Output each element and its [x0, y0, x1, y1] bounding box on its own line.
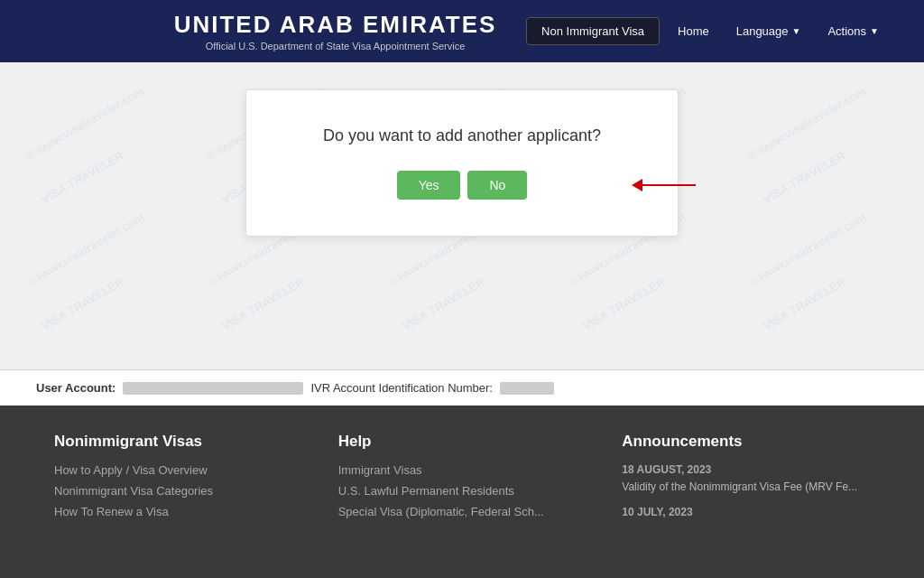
no-button[interactable]: No: [467, 171, 527, 200]
arrow-indicator: [632, 179, 696, 191]
footer-link-visa-categories[interactable]: Nonimmigrant Visa Categories: [54, 484, 302, 498]
announcements-section-title: Announcements: [622, 433, 870, 451]
site-title: United Arab Emirates: [174, 11, 497, 39]
info-bar: User Account: IVR Account Identification…: [0, 369, 924, 406]
user-account-value: [123, 382, 303, 395]
home-button[interactable]: Home: [669, 18, 718, 44]
user-account-label: User Account:: [36, 381, 116, 395]
announcement-date-2: 10 JULY, 2023: [622, 506, 870, 518]
non-immigrant-visa-button[interactable]: Non Immigrant Visa: [526, 17, 660, 45]
header-title-block: United Arab Emirates Official U.S. Depar…: [174, 11, 497, 51]
arrow-line: [642, 184, 696, 186]
announcement-date-1: 18 AUGUST, 2023: [622, 463, 870, 476]
header-nav: Non Immigrant Visa Home Language ▼ Actio…: [526, 17, 888, 45]
language-button[interactable]: Language ▼: [727, 18, 810, 44]
actions-button[interactable]: Actions ▼: [818, 18, 888, 44]
footer-announcements-section: Announcements 18 AUGUST, 2023 Validity o…: [622, 433, 870, 559]
nonimmigrant-section-title: Nonimmigrant Visas: [54, 433, 302, 451]
ivr-value: [500, 382, 554, 395]
site-header: United Arab Emirates Official U.S. Depar…: [0, 0, 924, 62]
language-chevron-icon: ▼: [792, 26, 801, 36]
footer-link-lawful-residents[interactable]: U.S. Lawful Permanent Residents: [338, 484, 587, 498]
announcement-text-1: Validity of the Nonimmigrant Visa Fee (M…: [622, 480, 870, 495]
site-subtitle: Official U.S. Department of State Visa A…: [174, 41, 497, 51]
dialog-question: Do you want to add another applicant?: [300, 126, 624, 145]
footer-link-special-visa[interactable]: Special Visa (Diplomatic, Federal Sch...: [338, 505, 587, 518]
main-content: © www.visatraveler.com© www.visatraveler…: [0, 62, 924, 369]
help-section-title: Help: [338, 433, 587, 451]
footer-nonimmigrant-section: Nonimmigrant Visas How to Apply / Visa O…: [54, 433, 302, 559]
footer-link-immigrant-visas[interactable]: Immigrant Visas: [338, 463, 587, 477]
footer-link-how-to-apply[interactable]: How to Apply / Visa Overview: [54, 463, 302, 477]
actions-chevron-icon: ▼: [870, 26, 879, 36]
yes-button[interactable]: Yes: [397, 171, 461, 200]
footer-link-renew-visa[interactable]: How To Renew a Visa: [54, 505, 302, 518]
dialog-box: Do you want to add another applicant? Ye…: [245, 89, 679, 237]
ivr-label: IVR Account Identification Number:: [310, 381, 493, 395]
site-footer: Nonimmigrant Visas How to Apply / Visa O…: [0, 406, 924, 578]
dialog-buttons: Yes No: [300, 171, 624, 200]
footer-help-section: Help Immigrant Visas U.S. Lawful Permane…: [338, 433, 587, 559]
